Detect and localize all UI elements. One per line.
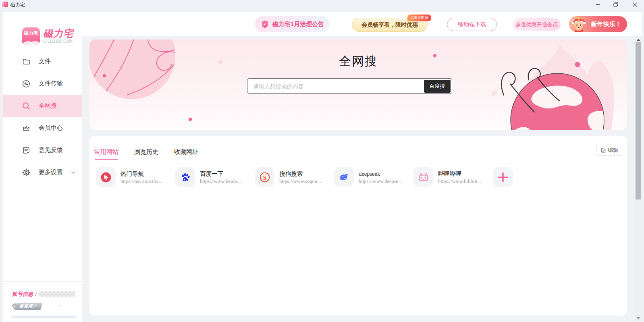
member-promo-label: 会员畅享看，限时优惠	[361, 21, 418, 29]
logo-name: 磁力宅	[43, 28, 73, 39]
new-year-label: 新年快乐！	[591, 21, 621, 28]
bilibili-icon	[418, 172, 429, 183]
folder-icon	[22, 57, 31, 66]
shortcut-sogou[interactable]: S 搜狗搜索 https://www.sogou....	[255, 167, 322, 187]
promo-corner-badge: 点击立即抢	[407, 15, 431, 21]
shortcut-baidu[interactable]: 百度一下 https://www.baidu....	[175, 167, 242, 187]
shortcut-tile	[413, 167, 433, 187]
sidebar-item-label: 意见反馈	[39, 146, 63, 154]
user-level-text: 普通用户	[19, 303, 38, 309]
edit-button[interactable]: 编辑	[596, 145, 622, 156]
open-member-label: 超值优惠开通会员	[516, 21, 558, 28]
sidebar-item-member-center[interactable]: 会员中心	[3, 117, 82, 139]
open-member-button[interactable]: 超值优惠开通会员	[513, 18, 561, 31]
svg-text:S: S	[263, 174, 266, 181]
shortcut-bilibili[interactable]: 哔哩哔哩 https://www.bilibili...	[413, 167, 481, 187]
account-redacted-text	[39, 291, 75, 297]
announcement-button[interactable]: 磁力宅1月治理公告	[255, 16, 330, 32]
restore-icon	[613, 2, 618, 7]
header: 磁力宅1月治理公告 会员畅享看，限时优惠 点击立即抢 移动端下载 超值优惠开通会…	[82, 12, 642, 36]
feedback-icon	[22, 146, 31, 155]
add-shortcut-button[interactable]	[493, 167, 513, 187]
minimize-icon	[596, 2, 600, 7]
baidu-search-button[interactable]: 百度搜	[424, 80, 451, 93]
window-title: 磁力宅	[10, 2, 25, 8]
sidebar-item-files[interactable]: 文件	[3, 50, 82, 73]
sogou-icon: S	[259, 172, 270, 183]
app-logo: 磁力宅 磁力宅 CILIZHAI.COM	[22, 27, 73, 45]
vertical-scrollbar[interactable]	[635, 36, 642, 322]
account-section: 账号信息： 普通用户 -	[3, 281, 82, 322]
restore-button[interactable]	[607, 0, 624, 9]
sidebar-item-file-transfer[interactable]: 文件传输	[3, 73, 82, 95]
search-bar: 百度搜	[247, 78, 452, 94]
shortcut-url: https://www.sogou....	[279, 178, 322, 185]
storage-progress-bar	[11, 316, 77, 318]
logo-domain: CILIZHAI.COM	[43, 39, 73, 44]
search-icon	[22, 102, 31, 110]
gear-icon	[22, 168, 31, 177]
sidebar-item-web-search[interactable]: 全网搜	[3, 95, 82, 117]
mobile-download-label: 移动端下载	[458, 21, 486, 28]
shortcut-tile	[96, 167, 116, 187]
account-info-label: 账号信息：	[12, 291, 38, 298]
app-window: 磁力宅 磁力宅 磁力宅 磁力宅 CILIZHAI.COM	[0, 0, 644, 322]
shortcut-deepseek[interactable]: deepseek https://www.deepse...	[334, 167, 402, 187]
sidebar-item-label: 文件传输	[39, 80, 63, 87]
account-value: -	[59, 303, 60, 308]
app-icon: 磁力宅	[2, 2, 8, 7]
search-input[interactable]	[247, 83, 424, 89]
mobile-download-button[interactable]: 移动端下载	[447, 18, 497, 31]
main-content: 全网搜 百度搜 常用网站 浏览历史 收藏网址 编辑	[82, 36, 642, 322]
announcement-label: 磁力宅1月治理公告	[272, 21, 324, 28]
tab-bookmarks[interactable]: 收藏网址	[174, 148, 198, 159]
shortcut-url: https://www.baidu....	[200, 178, 242, 185]
crown-icon	[22, 124, 31, 133]
user-level-badge: 普通用户	[11, 303, 42, 310]
scrollbar-thumb[interactable]	[636, 42, 641, 199]
close-icon	[633, 2, 637, 7]
tab-common-sites[interactable]: 常用网站	[94, 148, 118, 159]
shortcut-tile	[334, 167, 354, 187]
chevron-down-icon	[71, 170, 76, 175]
sidebar-item-label: 会员中心	[39, 124, 63, 132]
logo-cloud-shape	[29, 41, 40, 45]
transfer-icon	[22, 79, 31, 88]
edit-icon	[600, 147, 606, 153]
deepseek-whale-icon	[339, 172, 350, 183]
edit-button-label: 编辑	[608, 147, 618, 154]
shortcut-tile	[493, 167, 513, 187]
shortcut-name: 热门导航	[120, 170, 162, 177]
shortcut-name: 搜狗搜索	[279, 170, 322, 177]
shortcut-url: https://www.bilibili...	[438, 178, 481, 185]
sites-panel: 常用网站 浏览历史 收藏网址 编辑	[89, 136, 627, 316]
shortcut-url: https://nav.soucilix...	[120, 178, 162, 185]
shortcut-name: 哔哩哔哩	[438, 170, 481, 177]
scroll-up-arrow-icon[interactable]	[636, 39, 640, 41]
search-banner: 全网搜 百度搜	[89, 39, 627, 130]
sidebar-item-more-settings[interactable]: 更多设置	[3, 161, 82, 183]
scroll-down-arrow-icon[interactable]	[636, 317, 640, 320]
new-year-button[interactable]: 新年快乐！	[569, 16, 627, 32]
baidu-icon	[180, 172, 191, 183]
shortcut-url: https://www.deepse...	[359, 178, 402, 185]
sidebar-item-label: 文件	[39, 58, 51, 65]
minimize-button[interactable]	[589, 0, 606, 9]
page-title: 全网搜	[89, 53, 627, 70]
shortcut-hot-nav[interactable]: 热门导航 https://nav.soucilix...	[96, 167, 162, 187]
hot-nav-icon	[100, 172, 112, 183]
sidebar-item-label: 更多设置	[39, 168, 63, 176]
close-button[interactable]	[626, 0, 643, 9]
shortcut-tile	[175, 167, 195, 187]
tab-history[interactable]: 浏览历史	[134, 148, 158, 159]
logo-icon-text: 磁力宅	[22, 30, 40, 36]
shortcut-name: 百度一下	[200, 170, 242, 177]
titlebar: 磁力宅 磁力宅	[0, 0, 644, 9]
sidebar-item-feedback[interactable]: 意见反馈	[3, 139, 82, 161]
logo-icon: 磁力宅	[22, 27, 40, 45]
member-promo-button[interactable]: 会员畅享看，限时优惠 点击立即抢	[352, 18, 428, 32]
shortcut-tile: S	[255, 167, 274, 187]
lion-dance-mascot-icon	[569, 15, 588, 34]
shield-icon	[260, 20, 269, 29]
app-icon-text: 磁力宅	[2, 2, 8, 7]
